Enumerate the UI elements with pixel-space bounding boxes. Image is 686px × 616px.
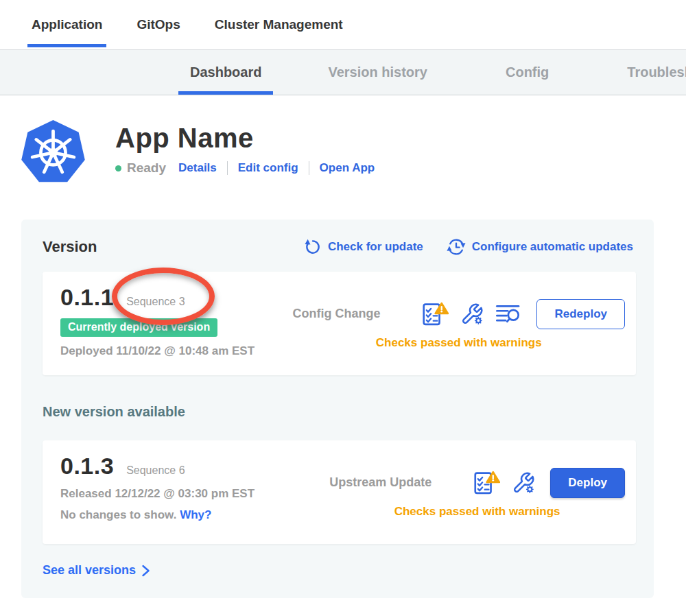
status-badge: Ready xyxy=(127,161,166,176)
version-source-label: Upstream Update xyxy=(329,475,431,490)
available-version-card: 0.1.3 Sequence 6 Released 12/12/22 @ 03:… xyxy=(43,440,636,544)
available-version-sequence: Sequence 6 xyxy=(126,464,185,477)
config-wrench-icon[interactable] xyxy=(512,471,535,495)
redeploy-button[interactable]: Redeploy xyxy=(536,299,625,329)
auto-update-icon xyxy=(447,237,466,257)
sub-nav: Dashboard Version history Config Trouble… xyxy=(0,50,686,95)
no-changes-text: No changes to show. xyxy=(60,508,176,521)
version-panel: Version Check for update xyxy=(21,220,654,598)
divider xyxy=(227,161,228,175)
divider xyxy=(309,161,309,175)
preflight-checks-icon[interactable] xyxy=(474,471,500,495)
current-version-number: 0.1.1 xyxy=(60,284,114,311)
tab-cluster-management[interactable]: Cluster Management xyxy=(211,0,347,49)
deploy-button[interactable]: Deploy xyxy=(550,468,625,498)
see-all-versions-label: See all versions xyxy=(43,563,136,578)
kubernetes-logo-icon xyxy=(21,119,86,184)
current-version-sequence: Sequence 3 xyxy=(126,296,185,308)
tab-config[interactable]: Config xyxy=(494,50,560,95)
refresh-icon xyxy=(304,238,322,256)
app-dashboard-page: Application GitOps Cluster Management Da… xyxy=(0,0,686,616)
tab-application[interactable]: Application xyxy=(27,0,106,49)
available-version-number: 0.1.3 xyxy=(60,453,114,479)
tab-troubleshoot[interactable]: Troubleshoot xyxy=(615,50,686,95)
tab-version-history[interactable]: Version history xyxy=(316,50,439,95)
checks-status-text: Checks passed with warnings xyxy=(376,336,542,350)
version-panel-title: Version xyxy=(43,238,97,256)
page-title: App Name xyxy=(115,123,375,154)
configure-auto-updates-button[interactable]: Configure automatic updates xyxy=(447,237,633,257)
deployed-timestamp: Deployed 11/10/22 @ 10:48 am EST xyxy=(60,344,292,358)
view-files-icon[interactable] xyxy=(495,303,521,325)
details-link[interactable]: Details xyxy=(178,161,217,175)
why-link[interactable]: Why? xyxy=(180,508,211,521)
checks-status-text: Checks passed with warnings xyxy=(394,505,560,519)
preflight-checks-icon[interactable] xyxy=(423,302,449,327)
configure-auto-updates-label: Configure automatic updates xyxy=(472,240,633,254)
chevron-right-icon xyxy=(141,565,150,577)
edit-config-link[interactable]: Edit config xyxy=(238,161,298,175)
check-for-update-label: Check for update xyxy=(328,240,423,254)
currently-deployed-badge: Currently deployed version xyxy=(60,318,217,337)
current-version-card: 0.1.1 Sequence 3 Currently deployed vers… xyxy=(43,272,636,375)
new-version-heading: New version available xyxy=(43,404,636,420)
tab-dashboard[interactable]: Dashboard xyxy=(178,50,273,95)
tab-gitops[interactable]: GitOps xyxy=(132,0,184,49)
released-timestamp: Released 12/12/22 @ 03:30 pm EST xyxy=(60,487,329,501)
no-changes-line: No changes to show. Why? xyxy=(60,508,329,522)
see-all-versions-link[interactable]: See all versions xyxy=(43,563,636,578)
version-source-label: Config Change xyxy=(292,307,380,321)
app-header: App Name Ready Details Edit config Open … xyxy=(21,119,686,184)
status-dot-icon xyxy=(115,165,121,171)
check-for-update-button[interactable]: Check for update xyxy=(304,238,423,256)
config-wrench-icon[interactable] xyxy=(460,303,484,326)
top-nav: Application GitOps Cluster Management xyxy=(0,0,686,50)
open-app-link[interactable]: Open App xyxy=(320,161,375,175)
